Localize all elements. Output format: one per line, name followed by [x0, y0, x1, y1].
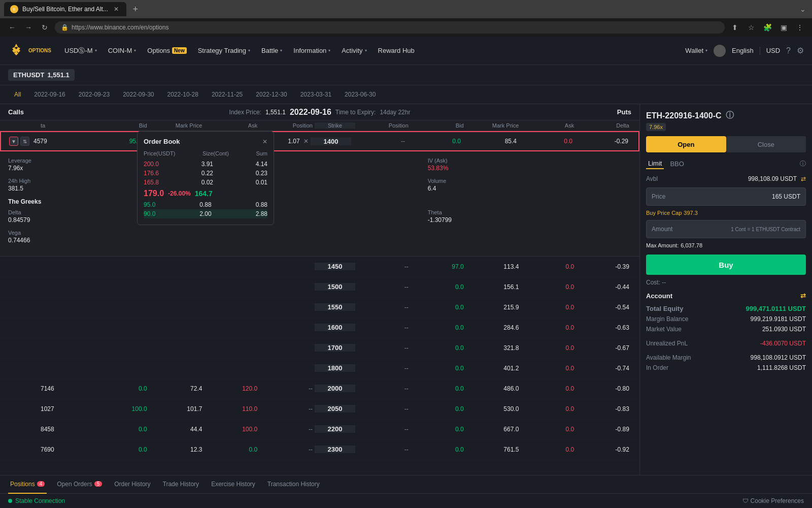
nav-item-coinm[interactable]: COIN-M ▾: [103, 44, 142, 57]
sort-btn-1400[interactable]: ⇅: [20, 137, 29, 146]
btab-open-orders[interactable]: Open Orders 5: [55, 475, 104, 494]
avbl-label: Avbl: [646, 175, 658, 182]
col-header-calls-mark: Mark Price: [149, 122, 205, 129]
nav-item-strategy[interactable]: Strategy Trading ▾: [193, 44, 255, 57]
language-label: English: [732, 47, 754, 54]
nav-item-options[interactable]: Options New: [142, 44, 191, 57]
cookie-preferences-btn[interactable]: 🛡 Cookie Preferences: [742, 497, 804, 504]
new-tab-btn[interactable]: +: [128, 2, 143, 16]
tab-close-btn[interactable]: Close: [726, 136, 806, 152]
amount-input[interactable]: Amount 1 Cont = 1 ETHUSDT Contract: [646, 220, 806, 238]
ob-buy-row-1[interactable]: 95.0 0.88 0.88: [144, 200, 267, 209]
table-row[interactable]: ▼ ⇅ 4579 95.0 164.7 165.8 1.07 ✕ 1400 --…: [0, 131, 639, 151]
settings-icon[interactable]: ⚙: [797, 46, 804, 55]
ob-buy-price-1: 95.0: [144, 201, 155, 208]
logo[interactable]: OPTIONS: [8, 43, 51, 59]
table-row[interactable]: 1550 -- 0.0 215.9 0.0 -0.54: [0, 297, 639, 318]
date-tab-0930[interactable]: 2022-09-30: [117, 88, 160, 101]
order-type-limit[interactable]: Limit: [646, 158, 664, 169]
puts-bid: 0.0: [411, 344, 466, 352]
price-input[interactable]: Price 165 USDT: [646, 187, 806, 206]
table-row[interactable]: 1027 100.0 101.7 110.0 -- 2050 -- 0.0 53…: [0, 399, 639, 419]
calls-ask: 120.0: [204, 385, 259, 392]
share-btn[interactable]: ⬆: [729, 21, 741, 34]
language-button[interactable]: English: [732, 47, 754, 54]
date-tab-1230[interactable]: 2022-12-30: [250, 88, 293, 101]
layout-btn[interactable]: ▣: [777, 21, 790, 34]
ob-close-btn[interactable]: ✕: [262, 138, 267, 145]
table-row[interactable]: 1700 -- 0.0 321.8 0.0 -0.67: [0, 338, 639, 358]
user-avatar[interactable]: [714, 45, 726, 57]
buy-price-cap-row: Buy Price Cap 397.3: [646, 210, 806, 216]
btab-trade-history[interactable]: Trade History: [161, 475, 201, 494]
time-to-expiry-label: Time to Expiry:: [335, 109, 376, 116]
date-tab-0916[interactable]: 2022-09-16: [28, 88, 71, 101]
date-tab-0630[interactable]: 2023-06-30: [339, 88, 382, 101]
address-bar[interactable]: 🔒 https://www.binance.com/en/options: [55, 21, 725, 34]
ob-sell-row-3[interactable]: 165.8 0.02 0.01: [144, 178, 267, 187]
btab-order-history[interactable]: Order History: [112, 475, 152, 494]
btab-positions[interactable]: Positions 4: [8, 475, 47, 494]
buy-button[interactable]: Buy: [646, 255, 806, 275]
table-row[interactable]: 1600 -- 0.0 284.6 0.0 -0.63: [0, 318, 639, 338]
btab-transaction-history[interactable]: Transaction History: [265, 475, 322, 494]
nav-item-usdm[interactable]: USDⓈ-M ▾: [59, 43, 102, 58]
tab-open-btn[interactable]: Open: [646, 136, 726, 152]
active-tab[interactable]: B Buy/Sell Bitcoin, Ether and Alt... ✕: [4, 2, 126, 16]
instrument-chip[interactable]: ETHUSDT 1,551.1: [8, 69, 75, 81]
date-tab-1028[interactable]: 2022-10-28: [161, 88, 205, 101]
contract-info-icon[interactable]: ⓘ: [726, 110, 734, 121]
order-book-popup: Order Book ✕ Price(USDT) Size(Cont) Sum …: [137, 131, 274, 225]
table-row[interactable]: 7690 0.0 12.3 0.0 -- 2300 -- 0.0 761.5 0…: [0, 439, 639, 460]
order-type-info-icon[interactable]: ⓘ: [800, 160, 806, 168]
tab-close-btn[interactable]: ✕: [112, 5, 120, 13]
forward-btn[interactable]: →: [22, 21, 35, 34]
order-type-bbo[interactable]: BBO: [668, 159, 686, 169]
strike: 1600: [315, 324, 355, 331]
date-tab-0331[interactable]: 2023-03-31: [294, 88, 337, 101]
date-tab-all[interactable]: All: [8, 88, 27, 101]
calls-mark: 12.3: [149, 446, 205, 453]
expand-btn-1400[interactable]: ▼: [9, 137, 18, 146]
nav-item-activity[interactable]: Activity ▾: [336, 44, 371, 57]
date-tab-1125[interactable]: 2022-11-25: [206, 88, 249, 101]
ob-sell-row-1[interactable]: 200.0 3.91 4.14: [144, 160, 267, 169]
table-row[interactable]: 1500 -- 0.0 156.1 0.0 -0.44: [0, 277, 639, 297]
transfer-icon[interactable]: ⇄: [801, 175, 806, 182]
open-close-tabs: Open Close: [646, 136, 806, 152]
nav-item-battle[interactable]: Battle ▾: [256, 44, 287, 57]
puts-bid: 0.0: [411, 283, 466, 291]
table-row[interactable]: 1450 -- 97.0 113.4 0.0 -0.39: [0, 257, 639, 277]
table-row[interactable]: 7146 0.0 72.4 120.0 -- 2000 -- 0.0 486.0…: [0, 378, 639, 399]
clear-position-btn[interactable]: ✕: [303, 138, 309, 145]
calls-position: --: [259, 385, 315, 392]
calls-ta: 1027: [39, 405, 94, 412]
nav-item-information[interactable]: Information ▾: [288, 44, 335, 57]
table-row[interactable]: 8458 0.0 44.4 100.0 -- 2200 -- 0.0 667.0…: [0, 419, 639, 439]
order-type-tabs: Limit BBO ⓘ: [646, 158, 806, 169]
calls-bid: 0.0: [94, 426, 149, 433]
address-text: https://www.binance.com/en/options: [72, 24, 168, 31]
table-row[interactable]: 1800 -- 0.0 401.2 0.0 -0.74: [0, 358, 639, 378]
ob-sell-row-2[interactable]: 176.6 0.22 0.23: [144, 169, 267, 178]
date-tab-0923[interactable]: 2022-09-23: [73, 88, 116, 101]
iv-ask-val: 53.83%: [428, 165, 449, 172]
extensions-btn[interactable]: 🧩: [761, 21, 773, 34]
col-header-puts-bid: Bid: [411, 122, 466, 129]
reload-btn[interactable]: ↻: [39, 21, 51, 34]
connection-status: Stable Connection: [8, 497, 65, 504]
menu-btn[interactable]: ⋮: [794, 21, 806, 34]
account-transfer-icon[interactable]: ⇄: [800, 292, 806, 300]
tab-expand-btn[interactable]: ⌄: [798, 3, 808, 15]
puts-position: --: [355, 426, 411, 433]
help-icon[interactable]: ?: [786, 46, 791, 55]
puts-bid: 0.0: [411, 365, 466, 372]
btab-exercise-history[interactable]: Exercise History: [209, 475, 257, 494]
wallet-button[interactable]: Wallet ▾: [685, 47, 707, 54]
ob-buy-row-2[interactable]: 90.0 2.00 2.88: [144, 209, 267, 218]
delta-val: 0.84579: [8, 216, 30, 224]
back-btn[interactable]: ←: [6, 21, 18, 34]
bookmark-btn[interactable]: ☆: [745, 21, 757, 34]
nav-item-reward[interactable]: Reward Hub: [373, 44, 420, 57]
puts-ask: 0.0: [521, 304, 576, 311]
